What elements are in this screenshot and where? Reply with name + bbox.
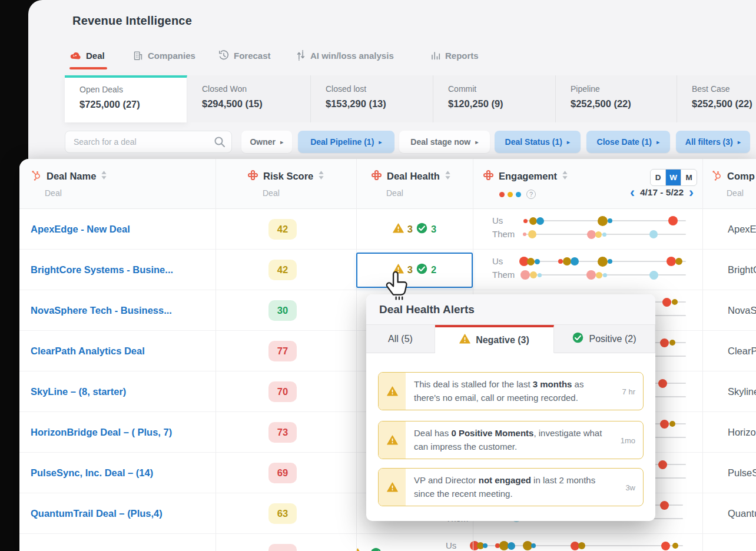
column-divider xyxy=(356,159,357,551)
help-icon[interactable]: ? xyxy=(526,190,536,199)
table-row: Us xyxy=(19,534,756,551)
chevron-right-icon: ▸ xyxy=(738,139,741,145)
sort-icon[interactable] xyxy=(318,170,324,182)
filter-chip-all-filters-3[interactable]: All filters (3)▸ xyxy=(676,131,750,153)
deal-name-link[interactable]: QuantumTrail Deal – (Plus,4) xyxy=(31,493,163,534)
chevron-right-icon[interactable]: › xyxy=(689,187,694,198)
column-header-risk-score[interactable]: Risk Score xyxy=(247,170,324,183)
period-option-d[interactable]: D xyxy=(651,170,666,185)
chip-label: All filters (3) xyxy=(685,137,733,147)
hubspot-icon xyxy=(711,170,722,183)
company-link[interactable]: ClearPath xyxy=(728,331,756,371)
filter-chip-deal-stage-now[interactable]: Deal stage now▸ xyxy=(399,131,490,153)
company-link[interactable]: HorizonB xyxy=(728,412,756,453)
company-link[interactable]: PulseSync xyxy=(728,453,756,493)
popup-tab-positive-2[interactable]: Positive (2) xyxy=(554,325,655,353)
chevron-left-icon[interactable]: ‹ xyxy=(630,187,635,198)
summary-card-best-case[interactable]: Best Case$252,500 (22) xyxy=(677,75,756,122)
chip-label: Close Date (1) xyxy=(597,137,652,147)
filter-chip-close-date-1[interactable]: Close Date (1)▸ xyxy=(586,131,670,153)
engagement-dot-yellow xyxy=(596,272,602,278)
deal-name-link[interactable]: SkyLine – (8, starter) xyxy=(31,371,126,412)
positive-count: 3 xyxy=(431,224,436,235)
popup-title: Deal Health Alerts xyxy=(366,294,655,325)
company-link[interactable]: Skyline xyxy=(728,371,756,412)
company-link[interactable]: BrightCor xyxy=(728,250,756,290)
popup-tab-label: Negative (3) xyxy=(476,335,529,346)
deal-name-link[interactable]: NovaSphere Tech - Business... xyxy=(31,290,172,331)
deal-name-link[interactable]: PulseSync, Inc. Deal – (14) xyxy=(31,453,153,493)
column-header-deal-name[interactable]: Deal Name xyxy=(31,170,107,183)
card-label: Open Deals xyxy=(79,85,187,94)
filter-chip-deal-status-1[interactable]: Deal Status (1)▸ xyxy=(495,131,581,153)
column-header-deal-health[interactable]: Deal Health xyxy=(371,170,451,183)
search-input[interactable] xyxy=(65,131,232,153)
table-row: ApexEdge - New Deal4233UsThemApexEdge xyxy=(19,209,756,250)
popup-tab-all-5[interactable]: All (5) xyxy=(366,325,435,353)
summary-card-open-deals[interactable]: Open Deals$725,000 (27) xyxy=(65,75,187,122)
engagement-dot-red xyxy=(661,542,670,550)
engagement-dot-lightblue xyxy=(538,273,542,277)
alert-text: This deal is stalled for the last 3 mont… xyxy=(406,373,643,410)
ai-winloss-icon xyxy=(296,50,306,61)
sort-icon[interactable] xyxy=(445,170,451,182)
engagement-us-label: Us xyxy=(446,540,456,550)
alert-card: Deal has 0 Positive Moments, investigate… xyxy=(378,421,644,459)
nav-tab-label: Reports xyxy=(445,51,479,61)
column-header-comp[interactable]: Comp xyxy=(711,170,755,183)
card-value: $252,500 (22) xyxy=(571,98,677,109)
engagement-dot-gold xyxy=(578,542,585,549)
company-link[interactable]: Quantum xyxy=(728,493,756,534)
deal-health-cell[interactable] xyxy=(324,534,413,551)
card-label: Closed lost xyxy=(326,84,433,94)
period-option-w[interactable]: W xyxy=(666,170,681,185)
engagement-dot-gold xyxy=(672,299,678,305)
alert-strip xyxy=(379,469,406,506)
summary-card-commit[interactable]: Commit$120,250 (9) xyxy=(433,75,556,122)
filter-chip-deal-pipeline-1[interactable]: Deal Pipeline (1)▸ xyxy=(298,131,394,153)
check-icon xyxy=(370,547,382,551)
engagement-dot-red xyxy=(523,219,528,223)
engagement-dot-red xyxy=(558,259,563,264)
deal-name-link[interactable]: ApexEdge - New Deal xyxy=(31,209,130,250)
column-header-engagement[interactable]: Engagement xyxy=(483,170,568,183)
deal-health-cell[interactable]: 33 xyxy=(356,209,473,250)
selected-deal-health-cell[interactable] xyxy=(356,253,473,288)
company-link[interactable]: NovaSphe xyxy=(728,290,756,331)
nav-tab-reports[interactable]: Reports xyxy=(430,48,479,62)
nav-tab-companies[interactable]: Companies xyxy=(133,48,195,62)
summary-card-closed-won[interactable]: Closed Won$294,500 (15) xyxy=(187,75,311,122)
hubspot-icon xyxy=(31,170,42,183)
summary-card-closed-lost[interactable]: Closed lost$153,290 (13) xyxy=(311,75,433,122)
nav-tab-deal[interactable]: Deal xyxy=(69,48,105,62)
risk-score-badge: 30 xyxy=(268,300,297,321)
engagement-dot-red xyxy=(660,501,669,510)
summary-card-pipeline[interactable]: Pipeline$252,500 (22) xyxy=(556,75,677,122)
risk-score-badge: 77 xyxy=(268,341,297,361)
popup-tab-negative-3[interactable]: Negative (3) xyxy=(435,325,554,353)
sort-icon[interactable] xyxy=(101,170,107,182)
filter-chip-owner[interactable]: Owner▸ xyxy=(241,131,292,153)
deal-name-link[interactable]: HorizonBridge Deal – ( Plus, 7) xyxy=(31,412,172,453)
alert-age: 1mo xyxy=(621,436,635,445)
warning-icon xyxy=(393,223,404,235)
deal-name-link[interactable]: BrightCore Systems - Busine... xyxy=(31,250,173,290)
engagement-dot-blue xyxy=(483,543,488,548)
page-title: Revenue Intelligence xyxy=(72,14,192,28)
engagement-dot-red xyxy=(658,379,667,388)
risk-score-badge: 42 xyxy=(268,219,297,240)
popup-tabs: All (5)Negative (3)Positive (2) xyxy=(366,325,655,353)
reports-icon xyxy=(430,51,440,61)
nav-tab-ai-win-loss-analysis[interactable]: AI win/loss analysis xyxy=(296,48,394,62)
deal-name-link[interactable]: ClearPath Analytics Deal xyxy=(31,331,145,371)
period-option-m[interactable]: M xyxy=(681,170,697,185)
engagement-dot-gold xyxy=(529,217,537,225)
engagement-dot-red xyxy=(658,460,667,469)
nav-tab-forecast[interactable]: Forecast xyxy=(218,48,271,62)
company-link[interactable]: ApexEdge xyxy=(728,209,756,250)
column-subtitle: Deal xyxy=(45,188,62,198)
column-title: Deal Name xyxy=(47,171,96,182)
column-title: Risk Score xyxy=(263,171,313,182)
sort-icon[interactable] xyxy=(562,170,568,182)
warning-icon xyxy=(459,334,470,346)
